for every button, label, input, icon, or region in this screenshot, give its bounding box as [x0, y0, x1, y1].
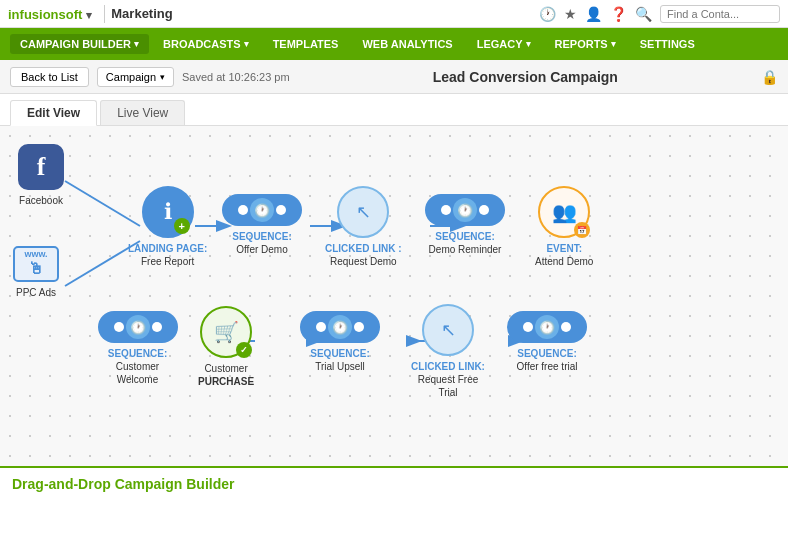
- event-attend-demo-label: EVENT: Attend Demo: [535, 242, 593, 268]
- event-icon: 👥 📅: [538, 186, 590, 238]
- ppc-label: PPC Ads: [16, 286, 56, 299]
- landing-page-badge: +: [174, 218, 190, 234]
- campaign-title: Lead Conversion Campaign: [433, 69, 618, 85]
- tabs: Edit View Live View: [0, 94, 788, 126]
- nav-bar: CAMPAIGN BUILDER BROADCASTS TEMPLATES WE…: [0, 28, 788, 60]
- campaign-dropdown-button[interactable]: Campaign: [97, 67, 174, 87]
- sequence-offer-free-trial-label: SEQUENCE: Offer free trial: [517, 347, 578, 373]
- clock-icon-welcome: 🕐: [126, 315, 150, 339]
- help-icon: ❓: [610, 6, 627, 22]
- purchase-icon: 🛒 ✓: [200, 306, 252, 358]
- toolbar: Back to List Campaign Saved at 10:26:23 …: [0, 60, 788, 94]
- clock-icon-demo: 🕐: [453, 198, 477, 222]
- tab-live-view[interactable]: Live View: [100, 100, 185, 125]
- ppc-node[interactable]: www. 🖱 PPC Ads: [13, 246, 59, 299]
- top-nav-item[interactable]: Marketing: [111, 6, 172, 21]
- clicked-link-icon: ↖: [337, 186, 389, 238]
- nav-reports[interactable]: REPORTS: [545, 34, 626, 54]
- customer-purchase-node[interactable]: 🛒 ✓ Customer PURCHASE: [198, 306, 254, 388]
- nav-templates[interactable]: TEMPLATES: [263, 34, 349, 54]
- clock-icon-offer: 🕐: [250, 198, 274, 222]
- sequence-customer-welcome-label: SEQUENCE: Customer Welcome: [95, 347, 180, 386]
- bottom-title: Drag-and-Drop Campaign Builder: [12, 476, 776, 492]
- sequence-offer-demo-label: SEQUENCE: Offer Demo: [232, 230, 291, 256]
- facebook-label: Facebook: [19, 194, 63, 207]
- clicked-link-label: CLICKED LINK : Request Demo: [325, 242, 402, 268]
- bottom-bar: Drag-and-Drop Campaign Builder: [0, 466, 788, 500]
- lock-icon: 🔒: [761, 69, 778, 85]
- facebook-icon: f: [18, 144, 64, 190]
- sequence-customer-welcome-node[interactable]: 🕐 SEQUENCE: Customer Welcome: [95, 311, 180, 386]
- sequence-customer-welcome-icon: 🕐: [98, 311, 178, 343]
- search-input[interactable]: [660, 5, 780, 23]
- saved-status: Saved at 10:26:23 pm: [182, 71, 290, 83]
- nav-web-analytics[interactable]: WEB ANALYTICS: [352, 34, 462, 54]
- sequence-offer-demo-node[interactable]: 🕐 SEQUENCE: Offer Demo: [222, 194, 302, 256]
- app-logo[interactable]: infusionsoft ▾: [8, 6, 92, 22]
- facebook-node[interactable]: f Facebook: [18, 144, 64, 207]
- campaign-canvas: f Facebook www. 🖱 PPC Ads ℹ + LANDING PA…: [0, 126, 788, 466]
- back-to-list-button[interactable]: Back to List: [10, 67, 89, 87]
- nav-legacy[interactable]: LEGACY: [467, 34, 541, 54]
- sequence-trial-upsell-node[interactable]: 🕐 SEQUENCE: Trial Upsell: [300, 311, 380, 373]
- clock-icon-free: 🕐: [535, 315, 559, 339]
- clicked-link-free-trial-node[interactable]: ↖ CLICKED LINK: Request Free Trial: [408, 304, 488, 399]
- landing-page-label: LANDING PAGE: Free Report: [128, 242, 207, 268]
- sequence-trial-upsell-label: SEQUENCE: Trial Upsell: [310, 347, 369, 373]
- top-bar: infusionsoft ▾ Marketing 🕐 ★ 👤 ❓ 🔍: [0, 0, 788, 28]
- clicked-link-free-trial-label: CLICKED LINK: Request Free Trial: [408, 360, 488, 399]
- clock-icon: 🕐: [539, 6, 556, 22]
- tab-edit-view[interactable]: Edit View: [10, 100, 97, 126]
- clicked-link-free-trial-icon: ↖: [422, 304, 474, 356]
- user-icon: 👤: [585, 6, 602, 22]
- purchase-badge: ✓: [236, 342, 252, 358]
- sequence-offer-free-trial-node[interactable]: 🕐 SEQUENCE: Offer free trial: [507, 311, 587, 373]
- sequence-demo-reminder-node[interactable]: 🕐 SEQUENCE: Demo Reminder: [425, 194, 505, 256]
- ppc-icon: www. 🖱: [13, 246, 59, 282]
- clicked-link-request-demo-node[interactable]: ↖ CLICKED LINK : Request Demo: [325, 186, 402, 268]
- sequence-offer-demo-icon: 🕐: [222, 194, 302, 226]
- nav-campaign-builder[interactable]: CAMPAIGN BUILDER: [10, 34, 149, 54]
- event-badge: 📅: [574, 222, 590, 238]
- star-icon: ★: [564, 6, 577, 22]
- top-bar-right: 🕐 ★ 👤 ❓ 🔍: [539, 5, 780, 23]
- sequence-trial-upsell-icon: 🕐: [300, 311, 380, 343]
- divider: [104, 5, 105, 23]
- sequence-offer-free-trial-icon: 🕐: [507, 311, 587, 343]
- search-icon: 🔍: [635, 6, 652, 22]
- customer-purchase-label: Customer PURCHASE: [198, 362, 254, 388]
- landing-page-node[interactable]: ℹ + LANDING PAGE: Free Report: [128, 186, 207, 268]
- nav-settings[interactable]: SETTINGS: [630, 34, 705, 54]
- sequence-demo-reminder-icon: 🕐: [425, 194, 505, 226]
- event-attend-demo-node[interactable]: 👥 📅 EVENT: Attend Demo: [535, 186, 593, 268]
- landing-page-icon: ℹ +: [142, 186, 194, 238]
- sequence-demo-reminder-label: SEQUENCE: Demo Reminder: [429, 230, 502, 256]
- clock-icon-trial: 🕐: [328, 315, 352, 339]
- nav-broadcasts[interactable]: BROADCASTS: [153, 34, 259, 54]
